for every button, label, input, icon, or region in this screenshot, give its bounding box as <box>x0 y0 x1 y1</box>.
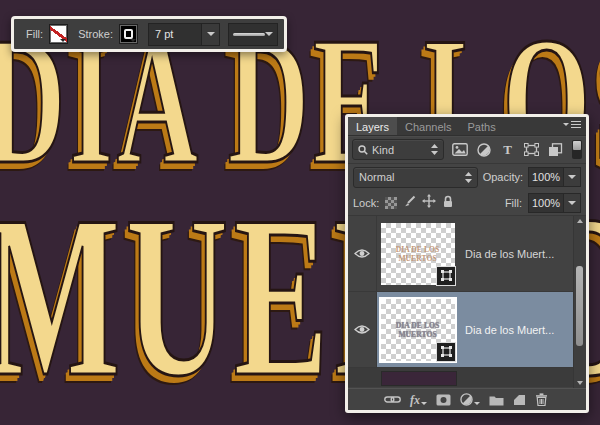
layer-thumbnail[interactable]: DIA DE LOS MUERTOS <box>381 299 455 361</box>
filter-kind-label: Kind <box>372 144 394 156</box>
thumbnail-text-line2: MUERTOS <box>399 254 437 263</box>
opacity-value-field[interactable]: 100% <box>528 167 564 187</box>
blend-mode-row: Normal Opacity: 100% <box>348 164 586 190</box>
tab-paths[interactable]: Paths <box>460 117 504 135</box>
updown-arrows-icon <box>431 144 438 155</box>
filter-kind-select[interactable]: Kind <box>352 139 444 160</box>
blend-mode-select[interactable]: Normal <box>353 167 478 188</box>
layer-thumbnail[interactable]: DIA DE LOS MUERTOS <box>381 223 455 285</box>
fill-label: Fill: <box>26 28 43 40</box>
tab-channels[interactable]: Channels <box>397 117 459 135</box>
eye-icon <box>354 324 370 335</box>
opacity-dropdown-button[interactable] <box>564 167 581 187</box>
stroke-dropdown-arrow-icon <box>130 39 136 42</box>
scroll-up-icon[interactable] <box>577 219 583 223</box>
shape-layer-filter-icon[interactable] <box>523 141 540 158</box>
chevron-down-icon <box>474 402 480 405</box>
stroke-size-dropdown-button[interactable] <box>202 23 220 46</box>
panel-tabbar: Layers Channels Paths <box>348 117 586 136</box>
pixel-layer-filter-icon[interactable] <box>451 141 468 158</box>
layer-row-selected[interactable]: DIA DE LOS MUERTOS Dia de los Muert... <box>348 292 586 368</box>
new-adjustment-layer-button[interactable] <box>460 393 480 406</box>
layers-panel: Layers Channels Paths Kind T <box>345 114 589 413</box>
lock-all-icon[interactable] <box>442 194 454 212</box>
filter-toggle-switch[interactable] <box>572 140 582 159</box>
new-layer-icon <box>513 394 526 406</box>
layer-row-background-partial[interactable] <box>348 368 586 387</box>
add-layer-mask-button[interactable] <box>436 394 451 406</box>
layers-list: DIA DE LOS MUERTOS Dia de los Muert... D… <box>348 216 586 388</box>
panel-menu-button[interactable] <box>563 121 581 128</box>
scroll-down-icon[interactable] <box>577 381 583 385</box>
chevron-down-icon <box>265 32 273 36</box>
lock-image-pixels-icon[interactable] <box>403 194 416 212</box>
blend-mode-value: Normal <box>359 171 394 183</box>
layers-bottom-toolbar: fx <box>348 388 586 410</box>
fill-value-field[interactable]: 100% <box>528 193 564 213</box>
delete-layer-button[interactable] <box>535 393 548 406</box>
lock-row: Lock: Fill: 100% <box>348 190 586 216</box>
chevron-down-icon <box>568 201 576 205</box>
vector-mask-badge-icon <box>436 266 456 286</box>
fx-icon: fx <box>410 394 420 406</box>
stroke-rect-icon <box>124 29 133 39</box>
opacity-label: Opacity: <box>483 171 523 183</box>
vector-mask-badge-icon <box>436 342 456 362</box>
new-group-button[interactable] <box>489 394 504 406</box>
background-layer-thumbnail <box>381 371 457 386</box>
lock-position-icon[interactable] <box>422 194 436 212</box>
chevron-down-icon <box>563 123 569 126</box>
layer-name[interactable]: Dia de los Muert... <box>465 248 554 260</box>
trash-icon <box>535 393 548 406</box>
thumbnail-text-line2: MUERTOS <box>399 330 437 339</box>
stroke-size-input[interactable]: 7 pt <box>148 23 202 46</box>
shape-options-bar: Fill: Stroke: 7 pt <box>11 16 287 52</box>
solid-line-icon <box>233 33 265 36</box>
smart-object-filter-icon[interactable] <box>547 141 564 158</box>
link-icon <box>384 395 401 404</box>
scrollbar-thumb[interactable] <box>576 266 583 346</box>
chevron-down-icon <box>421 402 427 405</box>
chevron-down-icon <box>207 32 215 36</box>
tab-layers[interactable]: Layers <box>348 117 397 135</box>
fill-dropdown-button[interactable] <box>564 193 581 213</box>
chevron-down-icon <box>568 175 576 179</box>
layer-filter-row: Kind T <box>348 136 586 164</box>
search-icon <box>358 145 368 155</box>
adjustment-circle-icon <box>460 393 473 406</box>
stroke-swatch[interactable] <box>119 24 138 44</box>
svg-text:T: T <box>503 143 512 156</box>
layers-scrollbar[interactable] <box>573 216 586 388</box>
fill-amount-label: Fill: <box>505 197 522 209</box>
fill-swatch[interactable] <box>49 24 68 44</box>
layer-name[interactable]: Dia de los Muert... <box>465 324 554 336</box>
lock-transparent-pixels-icon[interactable] <box>385 197 397 209</box>
new-layer-button[interactable] <box>513 394 526 406</box>
visibility-toggle[interactable] <box>348 292 377 367</box>
fill-dropdown-arrow-icon <box>60 39 66 42</box>
stroke-style-select[interactable] <box>228 23 278 46</box>
link-layers-button[interactable] <box>384 395 401 404</box>
layer-row-top[interactable]: DIA DE LOS MUERTOS Dia de los Muert... <box>348 216 586 292</box>
adjustment-layer-filter-icon[interactable] <box>475 141 492 158</box>
lock-label: Lock: <box>353 197 379 209</box>
eye-icon <box>354 248 370 259</box>
layer-style-button[interactable]: fx <box>410 394 427 406</box>
mask-icon <box>436 394 451 406</box>
visibility-toggle[interactable] <box>348 216 377 291</box>
stroke-label: Stroke: <box>78 28 113 40</box>
updown-arrows-icon <box>465 172 472 183</box>
menu-bars-icon <box>571 121 581 128</box>
type-layer-filter-icon[interactable]: T <box>499 141 516 158</box>
folder-icon <box>489 394 504 406</box>
